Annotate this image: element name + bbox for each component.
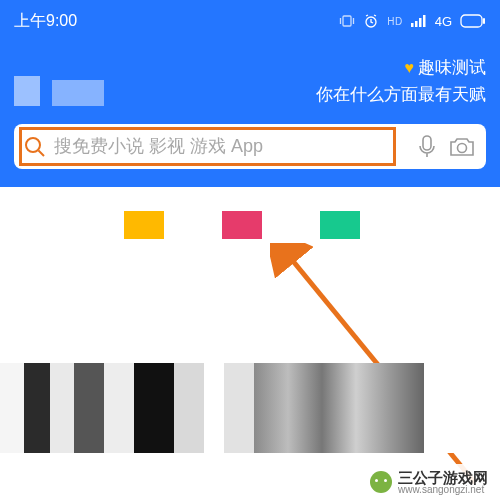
category-tile[interactable] bbox=[222, 211, 262, 239]
heart-icon: ♥ bbox=[405, 59, 415, 77]
pixelated-block bbox=[52, 80, 104, 106]
banner-text[interactable]: ♥ 趣味测试 你在什么方面最有天赋 bbox=[316, 56, 486, 106]
banner-title: 趣味测试 bbox=[418, 56, 486, 79]
status-indicators: HD 4G bbox=[339, 13, 486, 29]
svg-rect-3 bbox=[415, 21, 418, 27]
svg-rect-2 bbox=[411, 23, 414, 27]
camera-icon[interactable] bbox=[448, 135, 476, 159]
status-time: 上午9:00 bbox=[14, 11, 77, 32]
network-indicator: 4G bbox=[435, 14, 452, 29]
microphone-icon[interactable] bbox=[416, 134, 438, 160]
category-tile[interactable] bbox=[320, 211, 360, 239]
hd-indicator: HD bbox=[387, 16, 402, 27]
svg-point-10 bbox=[458, 143, 467, 152]
svg-rect-5 bbox=[423, 15, 426, 27]
search-bar bbox=[14, 124, 486, 169]
watermark-url: www.sangongzi.net bbox=[398, 485, 488, 495]
search-icon bbox=[24, 136, 46, 158]
banner-subtitle: 你在什么方面最有天赋 bbox=[316, 83, 486, 106]
svg-rect-0 bbox=[343, 16, 351, 26]
svg-rect-6 bbox=[461, 15, 482, 27]
tile-row bbox=[124, 211, 470, 239]
svg-rect-7 bbox=[483, 18, 485, 24]
svg-rect-4 bbox=[419, 18, 422, 27]
pixelated-block bbox=[14, 76, 40, 106]
search-input[interactable] bbox=[46, 132, 406, 161]
watermark-title: 三公子游戏网 bbox=[398, 470, 488, 485]
banner-placeholder bbox=[14, 76, 104, 106]
promo-banner: ♥ 趣味测试 你在什么方面最有天赋 bbox=[14, 56, 486, 106]
pixelated-content bbox=[0, 363, 500, 453]
battery-icon bbox=[460, 14, 486, 28]
svg-rect-9 bbox=[423, 136, 431, 150]
content-area bbox=[0, 187, 500, 487]
vibrate-icon bbox=[339, 14, 355, 28]
android-logo-icon bbox=[370, 471, 392, 493]
signal-icon bbox=[411, 15, 427, 27]
status-bar: 上午9:00 HD 4G bbox=[14, 10, 486, 32]
watermark-footer: 三公子游戏网 www.sangongzi.net bbox=[0, 464, 500, 500]
category-tile[interactable] bbox=[124, 211, 164, 239]
alarm-icon bbox=[363, 13, 379, 29]
app-header: 上午9:00 HD 4G ♥ 趣味测试 你在什么方面最有天赋 bbox=[0, 0, 500, 187]
svg-point-8 bbox=[26, 138, 40, 152]
